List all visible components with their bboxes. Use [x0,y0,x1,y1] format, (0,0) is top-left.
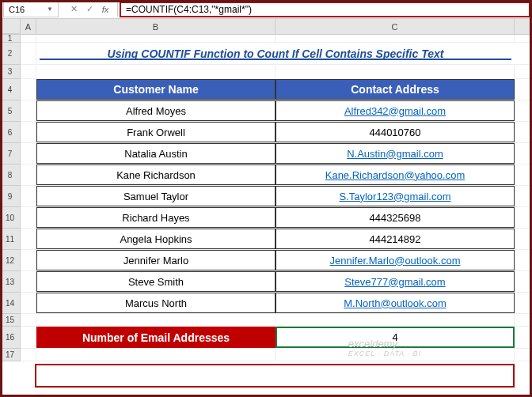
select-all-corner[interactable] [0,19,21,34]
cell[interactable] [36,65,276,78]
row-header[interactable]: 15 [0,314,21,327]
enter-icon[interactable]: ✓ [82,2,97,17]
title-underline [40,59,511,60]
row-header[interactable]: 11 [0,229,21,250]
table-row-name[interactable]: Kane Richardson [36,164,276,185]
email-link[interactable]: M.North@outlook.com [344,297,446,309]
cell[interactable] [21,100,36,121]
cell[interactable] [21,186,36,206]
table-row-contact[interactable]: Steve777@gmail.com [276,271,515,292]
cell[interactable] [21,143,36,164]
header-contact[interactable]: Contact Address [276,79,515,100]
table-row-name[interactable]: Richard Hayes [36,207,276,228]
row-header[interactable]: 6 [0,122,21,143]
email-link[interactable]: N.Austin@gmail.com [347,148,443,160]
cell[interactable] [21,35,36,42]
fx-icon[interactable]: fx [98,2,112,17]
table-row-name[interactable]: Jennifer Marlo [36,250,276,270]
cell[interactable] [21,349,36,361]
cell[interactable] [21,293,36,313]
name-box[interactable]: C16 ▼ [3,2,59,17]
table-row-name[interactable]: Natalia Austin [36,143,276,164]
row-header[interactable]: 2 [0,43,21,65]
formula-text: =COUNTIF(C4:C13,"*gmail*") [126,4,252,15]
table-row-contact[interactable]: 444214892 [276,229,515,249]
table-row-contact[interactable]: 444325698 [276,207,515,228]
cell[interactable] [21,43,36,64]
cell[interactable] [276,314,515,326]
name-box-value: C16 [9,5,25,14]
cell[interactable] [21,207,36,228]
cancel-icon[interactable]: ✕ [66,2,81,17]
cell[interactable] [21,65,36,78]
table-row-contact[interactable]: N.Austin@gmail.com [276,143,515,164]
row-header[interactable]: 17 [0,349,21,361]
cell[interactable] [276,349,515,361]
cell[interactable] [276,65,515,78]
table-row-name[interactable]: Marcus North [36,293,276,313]
row-header[interactable]: 8 [0,164,21,186]
row-header[interactable]: 7 [0,143,21,164]
cell[interactable] [36,349,276,361]
cell[interactable] [21,314,36,326]
header-name[interactable]: Customer Name [36,79,276,100]
col-header-C[interactable]: C [276,19,515,34]
cell[interactable] [21,229,36,249]
email-link[interactable]: Jennifer.Marlo@outlook.com [330,255,461,267]
email-link[interactable]: Steve777@gmail.com [344,276,445,288]
row-header[interactable]: 3 [0,65,21,79]
email-link[interactable]: S.Taylor123@gmail.com [339,191,450,202]
title-cell[interactable]: Using COUNTIF Function to Count If Cell … [36,43,515,64]
table-row-contact[interactable]: Alfred342@gmail.com [276,100,515,121]
email-link[interactable]: Kane.Richardson@yahoo.com [325,169,466,181]
row-header[interactable]: 13 [0,271,21,293]
cell[interactable] [21,79,36,100]
row-header[interactable]: 1 [0,35,21,43]
table-row-name[interactable]: Samuel Taylor [36,186,276,206]
email-link[interactable]: Alfred342@gmail.com [344,105,446,117]
cell[interactable] [276,35,515,42]
table-row-name[interactable]: Angela Hopkins [36,229,276,249]
formula-input[interactable]: =COUNTIF(C4:C13,"*gmail*") [120,2,530,17]
row-header[interactable]: 16 [0,327,21,349]
table-row-contact[interactable]: S.Taylor123@gmail.com [276,186,515,206]
table-row-contact[interactable]: Jennifer.Marlo@outlook.com [276,250,515,270]
row-header[interactable]: 10 [0,207,21,229]
summary-value-cell[interactable]: 4 [276,327,515,348]
table-row-name[interactable]: Steve Smith [36,271,276,292]
cell[interactable] [21,250,36,270]
row-header[interactable]: 12 [0,250,21,271]
cell[interactable] [21,122,36,142]
chevron-down-icon[interactable]: ▼ [47,6,53,13]
table-row-name[interactable]: Alfred Moyes [36,100,276,121]
table-row-name[interactable]: Frank Orwell [36,122,276,142]
highlight-border [35,364,515,388]
cell[interactable] [21,271,36,292]
cell[interactable] [21,327,36,348]
row-header[interactable]: 5 [0,100,21,122]
row-header[interactable]: 4 [0,79,21,100]
table-row-contact[interactable]: M.North@outlook.com [276,293,515,313]
cell[interactable] [21,164,36,185]
row-header[interactable]: 14 [0,293,21,314]
table-row-contact[interactable]: Kane.Richardson@yahoo.com [276,164,515,185]
cell[interactable] [36,35,276,42]
summary-label[interactable]: Number of Email Addresses [36,327,276,348]
col-header-B[interactable]: B [36,19,276,34]
table-row-contact[interactable]: 444010760 [276,122,515,142]
cell[interactable] [36,314,276,326]
col-header-A[interactable]: A [21,19,36,34]
row-header[interactable]: 9 [0,186,21,207]
